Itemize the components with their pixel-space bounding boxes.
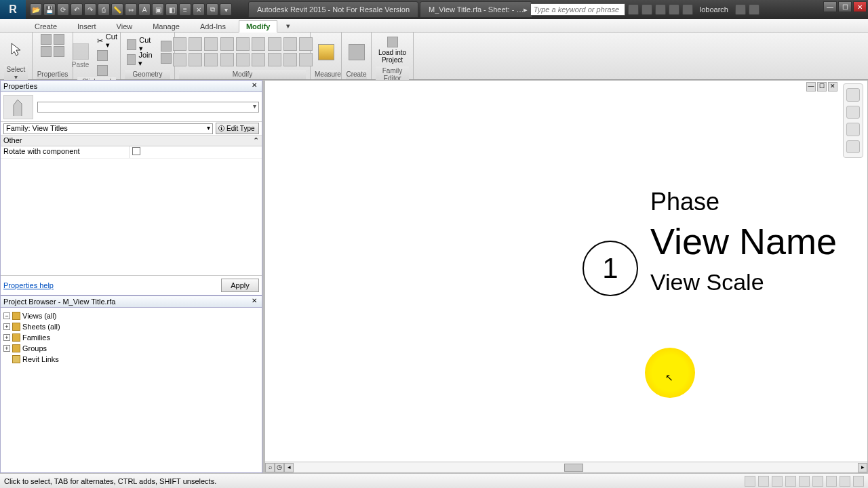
doc-tab-file[interactable]: M_View Title.rfa - Sheet: - … (420, 1, 532, 18)
cut-geom-button[interactable]: Cut ▾ (123, 38, 157, 52)
workset-icon[interactable] (745, 476, 755, 487)
editable-only-icon[interactable] (772, 476, 783, 487)
load-into-project-button[interactable]: Load into Project (374, 34, 411, 66)
align-icon[interactable] (173, 37, 186, 51)
group-other-header[interactable]: Other ⌃ (1, 136, 262, 146)
help-icon[interactable] (749, 4, 760, 15)
param-rotate-value[interactable] (130, 146, 262, 158)
pan-icon[interactable] (846, 123, 860, 136)
label-phase[interactable]: Phase (650, 188, 719, 216)
qat-section-icon[interactable]: ◧ (165, 3, 178, 16)
type-dropdown[interactable] (37, 102, 259, 113)
hscroll-track[interactable] (294, 463, 858, 472)
array-icon[interactable] (252, 37, 265, 51)
edit-type-button[interactable]: 🛈Edit Type (216, 123, 259, 134)
corner-icon[interactable] (283, 53, 297, 66)
qat-close-icon[interactable]: ✕ (193, 3, 205, 16)
vcb-detail-icon[interactable]: ◷ (275, 463, 284, 472)
close-button[interactable]: ✕ (853, 1, 867, 12)
unpin-icon[interactable] (283, 37, 297, 51)
select-face-icon[interactable] (826, 476, 837, 487)
detail-number-circle[interactable]: 1 (583, 241, 638, 296)
type-properties-icon[interactable] (54, 34, 64, 45)
qat-sync-icon[interactable]: ⟳ (57, 3, 69, 16)
browser-titlebar[interactable]: Project Browser - M_View Title.rfa ✕ (0, 296, 262, 308)
tab-modify[interactable]: Modify (239, 20, 277, 33)
tree-revitlinks[interactable]: Revit Links (3, 354, 259, 365)
properties-titlebar[interactable]: Properties ✕ (0, 80, 262, 92)
apply-button[interactable]: Apply (221, 279, 259, 292)
tab-extra-dropdown[interactable]: ▾ (283, 20, 294, 32)
delete-icon[interactable] (252, 53, 265, 66)
cope-icon[interactable] (161, 41, 172, 52)
copy-tool-icon[interactable] (189, 53, 202, 66)
tab-view[interactable]: View (109, 20, 140, 32)
expand-icon[interactable]: + (3, 323, 10, 330)
exchange-icon[interactable] (655, 4, 666, 15)
qat-undo-icon[interactable]: ↶ (71, 3, 83, 16)
label-view-name[interactable]: View Name (650, 220, 837, 262)
application-menu[interactable]: R (0, 0, 26, 19)
expand-icon[interactable]: + (3, 345, 10, 352)
hscroll-thumb[interactable] (564, 464, 583, 472)
search-input[interactable] (530, 3, 625, 16)
qat-measure-icon[interactable]: 📏 (111, 3, 123, 16)
user-icon[interactable] (682, 4, 693, 15)
tab-insert[interactable]: Insert (70, 20, 104, 32)
checkbox-icon[interactable] (132, 147, 140, 155)
label-view-scale[interactable]: View Scale (650, 269, 764, 296)
select-underlay-icon[interactable] (799, 476, 810, 487)
view-max-icon[interactable]: ☐ (817, 82, 827, 92)
tree-groups[interactable]: +Groups (3, 343, 259, 354)
signout-icon[interactable] (735, 4, 746, 15)
properties-close-icon[interactable]: ✕ (250, 81, 259, 91)
mirror-axis-icon[interactable] (204, 37, 218, 51)
tab-create[interactable]: Create (27, 20, 64, 32)
vcb-scale-icon[interactable]: ⌕ (265, 463, 275, 472)
doc-tab-app[interactable]: Autodesk Revit 2015 - Not For Resale Ver… (248, 1, 418, 18)
select-pinned-icon[interactable] (812, 476, 823, 487)
family-filter-dropdown[interactable]: Family: View Titles (3, 123, 213, 134)
qat-custom-icon[interactable]: ▾ (220, 3, 232, 16)
scale-icon[interactable] (220, 53, 234, 66)
view-min-icon[interactable]: — (806, 82, 816, 92)
browser-close-icon[interactable]: ✕ (250, 297, 259, 306)
properties-icon[interactable] (41, 34, 52, 45)
qat-dim-icon[interactable]: ⇔ (125, 3, 137, 16)
properties-help-link[interactable]: Properties help (3, 281, 54, 289)
offset-icon[interactable] (189, 37, 202, 51)
drawing-area[interactable]: Phase View Name View Scale 1 ↖ — ☐ ✕ ⌕ ◷… (264, 80, 868, 473)
split-icon[interactable] (236, 37, 250, 51)
move-icon[interactable] (173, 53, 186, 66)
measure-button[interactable] (315, 37, 338, 68)
design-options-icon[interactable] (758, 476, 769, 487)
canvas[interactable]: Phase View Name View Scale 1 ↖ (265, 81, 867, 472)
create-button[interactable] (345, 37, 368, 68)
mirror-pick-icon[interactable] (268, 37, 281, 51)
type-selector[interactable] (1, 92, 262, 122)
project-units-icon[interactable] (54, 46, 64, 57)
scroll-right-icon[interactable]: ▸ (858, 463, 867, 472)
tree-sheets[interactable]: +Sheets (all) (3, 321, 259, 332)
search-icon[interactable] (628, 4, 639, 15)
join-button[interactable]: Join ▾ (123, 53, 157, 66)
rotate-icon[interactable] (204, 53, 218, 66)
tree-families[interactable]: +Families (3, 332, 259, 343)
zoom-icon[interactable] (846, 106, 860, 119)
favorites-icon[interactable] (669, 4, 679, 15)
modify-tool-button[interactable] (5, 34, 28, 65)
scroll-left-icon[interactable]: ◂ (284, 463, 294, 472)
full-nav-wheel-icon[interactable] (846, 88, 860, 102)
tab-manage[interactable]: Manage (145, 20, 187, 32)
subscription-icon[interactable] (642, 4, 652, 15)
qat-save-icon[interactable]: 💾 (43, 3, 56, 16)
paste-button[interactable]: Paste (70, 40, 90, 71)
family-types-icon[interactable] (41, 46, 52, 57)
expand-icon[interactable]: + (3, 334, 10, 341)
copy-button[interactable] (94, 49, 123, 62)
orbit-icon[interactable] (846, 140, 860, 154)
view-close-icon[interactable]: ✕ (828, 82, 837, 92)
filter-icon[interactable] (853, 476, 864, 487)
qat-3d-icon[interactable]: ▣ (152, 3, 164, 16)
expand-icon[interactable]: − (3, 312, 10, 319)
